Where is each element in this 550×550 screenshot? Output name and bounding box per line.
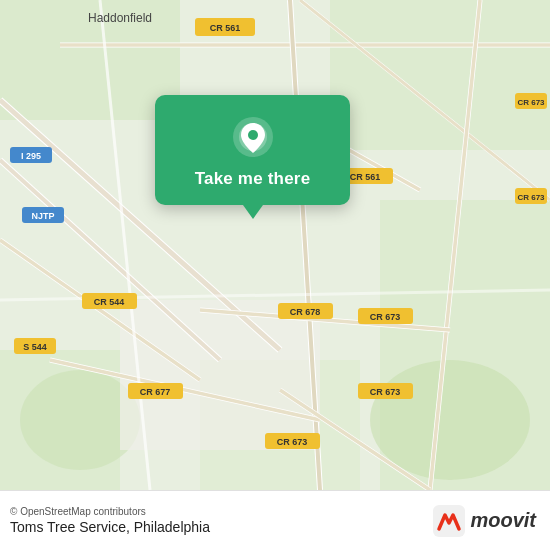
svg-text:CR 673: CR 673 [277,437,308,447]
osm-credit: © OpenStreetMap contributors [10,506,210,517]
map-container: CR 561 I 295 I 295 NJTP CR 561 CR 673 CR… [0,0,550,490]
moovit-icon [433,505,465,537]
bottom-bar: © OpenStreetMap contributors Toms Tree S… [0,490,550,550]
popup-card: Take me there [155,95,350,205]
moovit-logo: moovit [433,505,536,537]
svg-point-6 [370,360,530,480]
svg-text:NJTP: NJTP [31,211,54,221]
svg-text:CR 673: CR 673 [370,312,401,322]
svg-text:CR 544: CR 544 [94,297,125,307]
svg-text:CR 673: CR 673 [370,387,401,397]
take-me-there-button[interactable]: Take me there [195,169,311,189]
location-pin-icon [231,115,275,159]
svg-text:CR 673: CR 673 [517,193,545,202]
svg-text:CR 561: CR 561 [350,172,381,182]
svg-text:CR 677: CR 677 [140,387,171,397]
svg-text:S 544: S 544 [23,342,47,352]
svg-text:CR 678: CR 678 [290,307,321,317]
svg-text:CR 561: CR 561 [210,23,241,33]
svg-text:I 295: I 295 [21,151,41,161]
svg-text:CR 673: CR 673 [517,98,545,107]
moovit-text: moovit [470,509,536,532]
svg-text:Haddonfield: Haddonfield [88,11,152,25]
svg-point-64 [248,130,258,140]
svg-rect-8 [120,300,320,450]
location-label: Toms Tree Service, Philadelphia [10,519,210,535]
bottom-info: © OpenStreetMap contributors Toms Tree S… [10,506,210,535]
svg-rect-2 [330,0,550,150]
